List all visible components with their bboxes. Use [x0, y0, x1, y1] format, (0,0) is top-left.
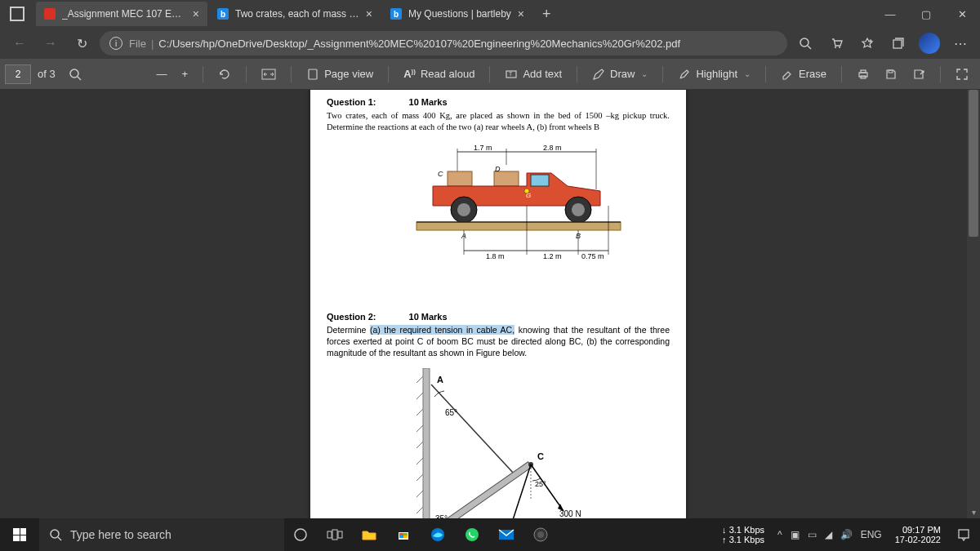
svg-text:300 N: 300 N [559, 509, 581, 518]
svg-text:65°: 65° [445, 408, 457, 417]
menu-button[interactable]: ⋯ [947, 30, 973, 56]
q1-marks: 10 Marks [409, 97, 448, 107]
svg-text:A: A [437, 375, 443, 384]
draw-button[interactable]: Draw ⌄ [586, 62, 654, 87]
svg-rect-24 [448, 171, 472, 186]
add-text-button[interactable]: T Add text [498, 62, 568, 87]
svg-point-80 [295, 529, 306, 540]
boom-diagram: A B C 65° 35° 25° 200 N 300 N [408, 368, 588, 518]
close-icon[interactable]: × [518, 7, 524, 20]
svg-line-53 [416, 425, 423, 432]
svg-line-58 [416, 507, 423, 513]
close-window-button[interactable]: ✕ [944, 0, 980, 28]
read-aloud-button[interactable]: A)) Read aloud [397, 62, 481, 87]
close-icon[interactable]: × [193, 7, 199, 20]
add-text-label: Add text [523, 68, 562, 80]
q2-marks: 10 Marks [409, 312, 448, 322]
save-button[interactable] [878, 62, 904, 87]
windows-logo-icon [13, 528, 26, 541]
whatsapp-icon[interactable] [456, 518, 488, 551]
svg-text:C: C [438, 170, 443, 178]
svg-line-61 [431, 384, 514, 474]
language-indicator[interactable]: ENG [861, 529, 882, 540]
svg-rect-81 [327, 531, 332, 538]
wifi-icon[interactable]: ◢ [825, 529, 832, 540]
pdf-toolbar: of 3 — + Page view A)) Read aloud T Add … [0, 59, 980, 90]
camera-icon[interactable]: ▣ [791, 529, 800, 540]
tray-chevron-icon[interactable]: ^ [777, 529, 782, 540]
close-icon[interactable]: × [366, 7, 372, 20]
volume-icon[interactable]: 🔊 [840, 529, 853, 540]
taskview-icon[interactable] [318, 518, 351, 551]
url-path: C:/Users/hp/OneDrive/Desktop/_Assignment… [158, 38, 680, 50]
store-icon[interactable] [387, 518, 420, 551]
tab-1[interactable]: _Assignment MEC 107 Engineerin × [36, 2, 207, 26]
refresh-button[interactable]: ↻ [69, 30, 95, 56]
tab-2[interactable]: b Two crates, each of mass 400 Kg × [209, 2, 381, 26]
window-controls: — ▢ ✕ [872, 0, 980, 28]
minimize-button[interactable]: — [872, 0, 908, 28]
svg-point-2 [835, 47, 836, 48]
svg-rect-82 [332, 530, 337, 540]
favorites-icon[interactable] [854, 30, 880, 56]
collections-icon[interactable] [885, 30, 911, 56]
scrollbar[interactable]: ▴ ▾ [967, 90, 980, 518]
svg-text:A: A [461, 232, 466, 240]
forward-button[interactable]: → [38, 30, 64, 56]
truck-diagram: 1.7 m 2.8 m G C D A B [368, 140, 629, 287]
svg-rect-10 [309, 69, 317, 79]
app-icon[interactable] [524, 518, 557, 551]
info-icon[interactable]: i [109, 37, 122, 50]
zoom-out-button[interactable]: — [150, 62, 174, 87]
tab-overview-icon[interactable] [10, 7, 24, 21]
svg-point-93 [537, 531, 544, 538]
find-button[interactable] [62, 62, 88, 87]
svg-rect-14 [861, 70, 866, 73]
page-total: of 3 [38, 68, 56, 80]
profile-avatar[interactable] [916, 30, 942, 56]
tab-3[interactable]: b My Questions | bartleby × [382, 2, 532, 26]
start-button[interactable] [0, 518, 39, 551]
save-as-button[interactable] [906, 62, 932, 87]
rotate-button[interactable] [212, 62, 238, 87]
clock[interactable]: 09:17 PM 17-02-2022 [889, 525, 947, 544]
mail-icon[interactable] [490, 518, 523, 551]
svg-rect-33 [416, 222, 621, 230]
scrollbar-thumb[interactable] [969, 90, 978, 237]
notifications-icon[interactable] [947, 528, 980, 541]
svg-line-51 [416, 393, 423, 399]
svg-line-8 [78, 77, 81, 80]
page-view-button[interactable]: Page view [300, 62, 380, 87]
scroll-down-icon[interactable]: ▾ [967, 505, 980, 518]
print-button[interactable] [850, 62, 876, 87]
search-icon[interactable] [792, 30, 818, 56]
system-tray[interactable]: ^ ▣ ▭ ◢ 🔊 ENG [771, 529, 889, 540]
back-button[interactable]: ← [7, 30, 33, 56]
svg-point-0 [800, 38, 808, 47]
svg-text:T: T [509, 71, 513, 77]
pdf-viewport[interactable]: Question 1: 10 Marks Two crates, each of… [0, 90, 980, 518]
maximize-button[interactable]: ▢ [908, 0, 944, 28]
svg-rect-88 [403, 535, 408, 538]
new-tab-button[interactable]: + [534, 6, 559, 23]
battery-icon[interactable]: ▭ [808, 529, 817, 540]
address-bar: ← → ↻ i File | C:/Users/hp/OneDrive/Desk… [0, 28, 980, 59]
highlight-label: Highlight [696, 68, 737, 80]
shopping-icon[interactable] [823, 30, 849, 56]
svg-rect-6 [893, 40, 902, 48]
taskbar-search[interactable]: Type here to search [39, 518, 284, 551]
svg-rect-85 [399, 533, 403, 535]
edge-icon[interactable] [421, 518, 454, 551]
highlighted-text: (a) the required tension in cable AC, [370, 325, 514, 335]
zoom-in-button[interactable]: + [176, 62, 195, 87]
cortana-icon[interactable] [284, 518, 317, 551]
fullscreen-button[interactable] [949, 62, 975, 87]
explorer-icon[interactable] [353, 518, 385, 551]
erase-button[interactable]: Erase [774, 62, 833, 87]
network-speed: ↓ 3.1 Kbps ↑ 3.1 Kbps [715, 525, 771, 544]
fit-page-button[interactable] [255, 62, 283, 87]
highlight-button[interactable]: Highlight ⌄ [671, 62, 757, 87]
svg-line-50 [416, 376, 423, 383]
page-number-input[interactable] [5, 64, 31, 84]
url-input[interactable]: i File | C:/Users/hp/OneDrive/Desktop/_A… [100, 31, 787, 56]
